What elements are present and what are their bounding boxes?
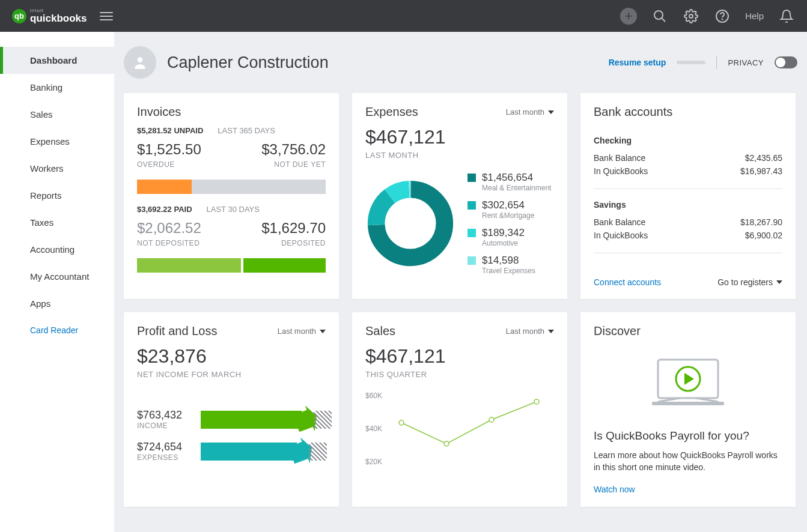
sidebar-item-my-accountant[interactable]: My Accountant (0, 263, 114, 290)
chevron-down-icon (548, 330, 554, 333)
bank-row-value: $16,987.43 (740, 166, 782, 176)
legend-label: Automotive (482, 239, 525, 247)
sidebar-item-sales[interactable]: Sales (0, 101, 114, 128)
bell-icon[interactable] (778, 8, 795, 25)
svg-point-12 (489, 417, 494, 422)
y-tick-label: $60K (365, 391, 382, 400)
expenses-total-label: LAST MONTH (365, 151, 554, 160)
svg-point-4 (722, 19, 723, 19)
notdeposited-label: NOT DEPOSITED (137, 239, 199, 247)
sidebar-item-taxes[interactable]: Taxes (0, 209, 114, 236)
overdue-label: OVERDUE (137, 160, 175, 169)
chevron-down-icon (776, 280, 782, 284)
sales-line-chart: $60K$40K$20K (365, 390, 554, 474)
income-amount: $763,432 (137, 409, 191, 422)
legend-label: Rent &Mortgage (482, 211, 534, 220)
discover-body: Learn more about how QuickBooks Payroll … (594, 450, 782, 473)
sidebar-item-reports[interactable]: Reports (0, 182, 114, 209)
sidebar-item-apps[interactable]: Apps (0, 290, 114, 317)
card-title: Discover (594, 324, 641, 338)
goto-registers-select[interactable]: Go to registers (717, 277, 782, 287)
svg-point-2 (689, 14, 693, 18)
legend-swatch-icon (467, 174, 476, 182)
pl-period-select[interactable]: Last month (278, 327, 326, 336)
notdue-label: NOT DUE YET (274, 160, 326, 169)
bank-row: In QuickBooks$6,900.02 (594, 229, 782, 242)
quick-create-icon[interactable]: + (620, 8, 637, 25)
deposited-amount: $1,629.70 (261, 220, 326, 237)
overdue-amount: $1,525.50 (137, 141, 201, 158)
help-link[interactable]: Help (745, 11, 764, 21)
sidebar: DashboardBankingSalesExpensesWorkersRepo… (0, 32, 114, 532)
legend-item: $302,654Rent &Mortgage (467, 199, 551, 220)
legend-item: $14,598Travel Expenses (467, 255, 551, 275)
legend-item: $189,342Automotive (467, 227, 551, 247)
search-icon[interactable] (651, 8, 668, 25)
sidebar-item-expenses[interactable]: Expenses (0, 128, 114, 155)
sidebar-item-card-reader[interactable]: Card Reader (0, 317, 114, 343)
resume-setup-link[interactable]: Resume setup (609, 58, 666, 67)
watch-now-link[interactable]: Watch now (594, 485, 635, 494)
expenses-card[interactable]: Expenses Last month $467,121 LAST MONTH … (352, 93, 567, 299)
bank-row-value: $2,435.65 (745, 153, 782, 163)
bank-row-value: $6,900.02 (745, 231, 782, 240)
hamburger-icon[interactable] (100, 10, 113, 23)
paid-bar (137, 258, 326, 273)
topbar-left: qb intuit quickbooks (12, 8, 113, 23)
page-header: Caplener Construction Resume setup PRIVA… (124, 32, 797, 93)
sales-period-select[interactable]: Last month (506, 327, 554, 336)
sidebar-item-accounting[interactable]: Accounting (0, 236, 114, 263)
deposited-label: DEPOSITED (281, 239, 326, 247)
svg-point-13 (534, 399, 539, 404)
privacy-toggle[interactable] (775, 56, 797, 68)
bank-row-label: In QuickBooks (594, 166, 648, 176)
setup-progress-bar (677, 61, 705, 64)
bank-account-name: Checking (594, 136, 782, 145)
discover-video-icon[interactable] (594, 355, 782, 409)
expenses-legend: $1,456,654Meal & Entertainment$302,654Re… (467, 172, 551, 275)
paid-period: LAST 30 DAYS (207, 205, 260, 214)
bank-row: Bank Balance$18,267.90 (594, 216, 782, 229)
sidebar-item-banking[interactable]: Banking (0, 74, 114, 101)
bank-row-label: In QuickBooks (594, 231, 648, 240)
gear-icon[interactable] (683, 8, 699, 25)
net-income-amount: $23,876 (137, 345, 326, 367)
paid-summary: $3,692.22 PAID (137, 205, 192, 214)
card-title: Invoices (137, 105, 181, 119)
legend-swatch-icon (467, 256, 476, 265)
discover-card: Discover Is QuickBooks Payroll for you? … (580, 312, 796, 507)
expenses-donut-chart (365, 178, 455, 268)
company-name: Caplener Construction (167, 53, 329, 72)
expenses-period-select[interactable]: Last month (506, 107, 554, 116)
sales-card[interactable]: Sales Last month $467,121 THIS QUARTER $… (352, 312, 567, 507)
logo[interactable]: qb intuit quickbooks (12, 8, 87, 23)
notdeposited-amount: $2,062.52 (137, 220, 201, 237)
company-avatar-icon[interactable] (124, 46, 156, 79)
legend-swatch-icon (467, 201, 476, 210)
legend-value: $302,654 (482, 199, 534, 211)
y-tick-label: $40K (365, 425, 382, 433)
sidebar-item-workers[interactable]: Workers (0, 155, 114, 182)
bank-row: Bank Balance$2,435.65 (594, 151, 782, 165)
income-bar (201, 411, 326, 429)
connect-accounts-link[interactable]: Connect accounts (594, 277, 661, 287)
help-icon[interactable] (714, 8, 731, 25)
card-title: Sales (365, 324, 395, 338)
net-income-label: NET INCOME FOR MARCH (137, 370, 326, 379)
profit-loss-card[interactable]: Profit and Loss Last month $23,876 NET I… (124, 312, 339, 507)
bank-accounts-card[interactable]: Bank accounts CheckingBank Balance$2,435… (580, 93, 796, 299)
invoices-card[interactable]: Invoices $5,281.52 UNPAID LAST 365 DAYS … (124, 93, 339, 299)
bank-account-name: Savings (594, 200, 782, 210)
sidebar-item-dashboard[interactable]: Dashboard (0, 47, 114, 74)
unpaid-bar (137, 180, 326, 194)
bank-row-label: Bank Balance (594, 153, 645, 163)
expenses-label: EXPENSES (137, 453, 191, 462)
sales-total-label: THIS QUARTER (365, 370, 554, 379)
svg-point-11 (444, 441, 449, 446)
card-title: Bank accounts (594, 105, 672, 119)
expenses-total: $467,121 (365, 126, 554, 148)
chevron-down-icon (320, 330, 326, 333)
topbar-right: + Help (620, 8, 795, 25)
card-title: Expenses (365, 105, 418, 119)
card-title: Profit and Loss (137, 324, 217, 338)
